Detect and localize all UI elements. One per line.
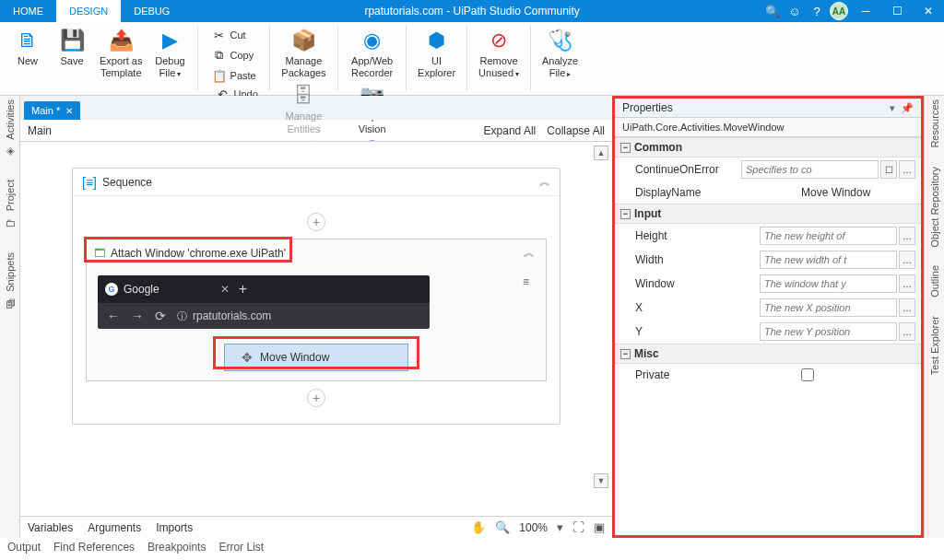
rail-outline[interactable]: Outline: [929, 265, 940, 298]
expression-btn[interactable]: …: [899, 298, 915, 317]
toggle-icon[interactable]: −: [620, 349, 631, 359]
forward-icon: →: [131, 309, 144, 323]
add-activity-button[interactable]: +: [307, 213, 325, 231]
category-input[interactable]: − Input: [615, 204, 921, 224]
imports-tab[interactable]: Imports: [156, 521, 193, 534]
help-icon[interactable]: ?: [806, 0, 828, 22]
attach-window-activity[interactable]: 🗔 Attach Window 'chrome.exe UiPath' ︽ G: [86, 239, 547, 381]
expand-all-button[interactable]: Expand All: [484, 124, 537, 137]
toggle-icon[interactable]: −: [620, 143, 631, 153]
google-favicon: G: [105, 283, 118, 296]
sequence-icon: [≡]: [82, 175, 97, 190]
scroll-down-button[interactable]: ▼: [594, 473, 608, 488]
rail-activities[interactable]: 🞛Activities: [3, 99, 18, 158]
hamburger-icon[interactable]: ≡: [523, 275, 529, 288]
appweb-recorder-button[interactable]: ◉ App/Web Recorder: [346, 26, 398, 81]
prop-height: Height …: [615, 224, 921, 248]
lock-icon: ⓘ: [177, 309, 187, 323]
move-window-label: Move Window: [260, 351, 329, 364]
category-misc[interactable]: − Misc: [615, 344, 921, 364]
x-input[interactable]: [760, 298, 897, 317]
category-common[interactable]: − Common: [615, 137, 921, 158]
canvas[interactable]: ▲ [≡] Sequence ︽ + 🗔 Attach Window 'chro…: [20, 142, 612, 516]
save-button[interactable]: 💾 Save: [50, 26, 94, 81]
tab-design[interactable]: DESIGN: [56, 0, 121, 22]
zoom-dropdown-icon[interactable]: ▾: [557, 520, 563, 534]
rail-project[interactable]: 🗀Project: [3, 180, 18, 229]
expression-btn[interactable]: …: [899, 322, 915, 341]
rail-test-explorer[interactable]: Test Explorer: [929, 316, 940, 375]
breakpoints-tab[interactable]: Breakpoints: [148, 541, 206, 554]
sequence-activity[interactable]: [≡] Sequence ︽ + 🗔 Attach Window 'chrome…: [72, 168, 560, 425]
collapse-all-button[interactable]: Collapse All: [547, 124, 605, 137]
window-input[interactable]: [760, 274, 897, 293]
overview-icon[interactable]: ▣: [594, 520, 605, 534]
copy-button[interactable]: ⧉Copy: [208, 46, 260, 64]
minimize-button[interactable]: ─: [850, 0, 881, 22]
paste-icon: 📋: [212, 68, 227, 83]
pin-icon[interactable]: 📌: [901, 102, 914, 114]
paste-button[interactable]: 📋Paste: [208, 66, 260, 85]
left-rail: 🞛Activities 🗀Project 🗐Snippets: [0, 96, 20, 538]
expression-btn[interactable]: …: [899, 251, 915, 269]
close-button[interactable]: ✕: [913, 0, 944, 22]
browser-mock: G Google ✕ + ← →: [98, 275, 430, 329]
expression-btn[interactable]: …: [899, 227, 915, 245]
ui-explorer-button[interactable]: ⬢ UI Explorer: [412, 26, 461, 81]
rail-snippets[interactable]: 🗐Snippets: [3, 252, 18, 310]
collapse-icon[interactable]: ︽: [539, 174, 550, 190]
add-activity-button-2[interactable]: +: [307, 389, 325, 407]
analyze-file-button[interactable]: 🩺 Analyze File▸: [537, 26, 584, 81]
zoom-icon[interactable]: 🔍: [495, 520, 510, 534]
private-checkbox[interactable]: [801, 368, 814, 381]
search-icon[interactable]: 🔍: [761, 0, 784, 22]
doc-tab-close-icon[interactable]: ✕: [65, 106, 73, 116]
entities-icon: 🗄: [290, 83, 316, 109]
remove-unused-button[interactable]: ⊘ Remove Unused▾: [473, 26, 525, 81]
new-button[interactable]: 🗎 New: [6, 26, 50, 81]
width-input[interactable]: [760, 251, 897, 269]
rail-resources[interactable]: Resources: [929, 99, 940, 148]
breadcrumb-main[interactable]: Main: [28, 124, 52, 137]
manage-packages-button[interactable]: 📦 Manage Packages: [276, 26, 331, 81]
variables-tab[interactable]: Variables: [28, 521, 73, 534]
project-icon: 🗀: [3, 216, 18, 230]
expression-btn[interactable]: …: [899, 160, 915, 179]
display-name-value[interactable]: Move Window: [801, 186, 870, 199]
tab-close-icon: ✕: [220, 283, 230, 296]
collapse-attach-icon[interactable]: ︽: [524, 245, 535, 261]
prop-window: Window …: [615, 272, 921, 296]
continue-on-error-input[interactable]: [741, 160, 879, 179]
doc-tab-main[interactable]: Main * ✕: [24, 101, 80, 120]
fit-to-screen-icon[interactable]: ⛶: [572, 520, 584, 534]
tab-home[interactable]: HOME: [0, 0, 56, 22]
zoom-level: 100%: [519, 521, 548, 534]
properties-panel: Properties ▾ 📌 UiPath.Core.Activities.Mo…: [612, 96, 924, 538]
pan-icon[interactable]: ✋: [471, 520, 486, 534]
y-input[interactable]: [760, 322, 897, 341]
snippets-icon: 🗐: [3, 295, 18, 309]
reload-icon: ⟳: [155, 309, 166, 323]
cut-button[interactable]: ✂Cut: [208, 26, 260, 44]
expression-btn[interactable]: …: [899, 274, 915, 293]
maximize-button[interactable]: ☐: [881, 0, 913, 22]
scroll-up-button[interactable]: ▲: [594, 146, 608, 160]
find-references-tab[interactable]: Find References: [53, 541, 135, 554]
height-input[interactable]: [760, 227, 897, 245]
export-template-button[interactable]: 📤 Export as Template: [94, 26, 148, 81]
rail-object-repository[interactable]: Object Repository: [929, 167, 940, 247]
error-list-tab[interactable]: Error List: [218, 541, 264, 554]
dropdown-icon[interactable]: ▾: [890, 102, 895, 114]
tab-debug[interactable]: DEBUG: [121, 0, 183, 22]
sequence-header[interactable]: [≡] Sequence ︽: [73, 169, 560, 196]
avatar[interactable]: AA: [828, 0, 850, 22]
move-window-activity[interactable]: ✥ Move Window: [224, 344, 408, 371]
debug-file-button[interactable]: ▶ Debug File▾: [148, 26, 192, 81]
arguments-tab[interactable]: Arguments: [88, 521, 141, 534]
right-rail: Resources Object Repository Outline Test…: [924, 96, 944, 538]
designer-footer: Variables Arguments Imports ✋ 🔍 100% ▾ ⛶…: [20, 516, 612, 538]
checkbox-btn[interactable]: ☐: [880, 160, 897, 179]
toggle-icon[interactable]: −: [620, 209, 631, 219]
feedback-icon[interactable]: ☺: [784, 0, 806, 22]
output-tab[interactable]: Output: [7, 541, 41, 554]
